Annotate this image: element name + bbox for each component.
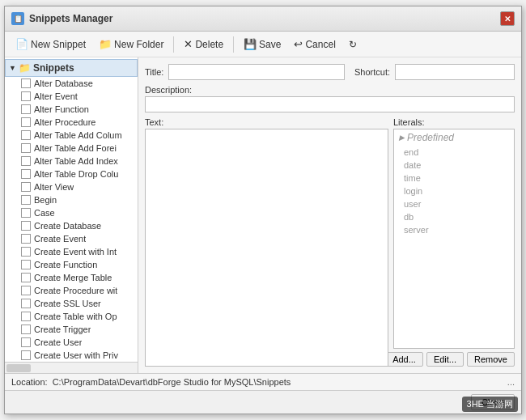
tree-item[interactable]: Alter Table Add Colum xyxy=(5,129,138,142)
tree-item[interactable]: Create Merge Table xyxy=(5,271,138,284)
tree-item-checkbox[interactable] xyxy=(21,91,31,101)
tree-item-label: Create User with Priv xyxy=(34,350,118,360)
tree-item-checkbox[interactable] xyxy=(21,286,31,295)
tree-item-checkbox[interactable] xyxy=(21,143,31,153)
horizontal-scrollbar[interactable] xyxy=(5,362,138,373)
tree-item-checkbox[interactable] xyxy=(21,337,31,347)
text-label: Text: xyxy=(145,117,388,127)
tree-item-checkbox[interactable] xyxy=(21,325,31,334)
tree-item-checkbox[interactable] xyxy=(21,234,31,244)
shortcut-field-group: Shortcut: xyxy=(354,64,515,80)
tree-item-checkbox[interactable] xyxy=(21,208,31,218)
tree-item-label: Create Table with Op xyxy=(34,312,117,321)
tree-item-checkbox[interactable] xyxy=(21,78,31,88)
tree-item-checkbox[interactable] xyxy=(21,156,31,166)
shortcut-input[interactable] xyxy=(395,64,515,80)
tree-item-label: Create Event with Int xyxy=(34,247,117,257)
tree-item-checkbox[interactable] xyxy=(21,182,31,192)
tree-item[interactable]: Create Event xyxy=(5,232,138,245)
tree-item[interactable]: Alter Procedure xyxy=(5,116,138,129)
refresh-button[interactable]: ↻ xyxy=(343,36,363,53)
add-literal-button[interactable]: Add... xyxy=(385,352,423,367)
literal-item[interactable]: db xyxy=(394,210,514,223)
title-field-group: Title: xyxy=(145,64,345,80)
new-folder-button[interactable]: 📁 New Folder xyxy=(93,35,169,53)
tree-item-label: Create User xyxy=(34,337,82,347)
literal-item[interactable]: server xyxy=(394,223,514,236)
delete-button[interactable]: ✕ Delete xyxy=(178,35,229,53)
tree-item-label: Alter Table Add Index xyxy=(34,156,118,166)
tree-item[interactable]: Alter Database xyxy=(5,77,138,90)
tree-item[interactable]: Create Trigger xyxy=(5,323,138,336)
tree-item[interactable]: Alter Table Add Index xyxy=(5,155,138,168)
literals-predefined[interactable]: Predefined xyxy=(394,129,514,146)
tree-item[interactable]: Create Procedure wit xyxy=(5,284,138,297)
literal-item[interactable]: end xyxy=(394,146,514,159)
tree-item-checkbox[interactable] xyxy=(21,221,31,231)
tree-item-label: Create Merge Table xyxy=(34,273,112,282)
tree-item[interactable]: Alter Table Drop Colu xyxy=(5,168,138,180)
tree-item[interactable]: Alter Event xyxy=(5,90,138,103)
tree-root-snippets[interactable]: ▼ 📁 Snippets xyxy=(5,59,138,77)
tree-item[interactable]: Alter Function xyxy=(5,103,138,116)
save-button[interactable]: 💾 Save xyxy=(238,35,286,53)
watermark: 3HE 当游网 xyxy=(462,397,518,412)
new-snippet-label: New Snippet xyxy=(31,39,86,50)
tree-item[interactable]: Create SSL User xyxy=(5,297,138,310)
tree-item[interactable]: Create User xyxy=(5,336,138,349)
literal-item[interactable]: time xyxy=(394,172,514,185)
literals-container: Literals: Predefined enddatetimeloginuse… xyxy=(393,117,515,367)
literal-item[interactable]: user xyxy=(394,197,514,210)
tree-item-label: Alter View xyxy=(34,182,74,192)
tree-item[interactable]: Alter Table Add Forei xyxy=(5,142,138,155)
tree-item-checkbox[interactable] xyxy=(21,247,31,257)
tree-item-checkbox[interactable] xyxy=(21,312,31,321)
right-panel: Title: Shortcut: Description: Text: xyxy=(138,57,521,373)
tree-item-checkbox[interactable] xyxy=(21,117,31,127)
literals-list[interactable]: Predefined enddatetimeloginuserdbserver xyxy=(393,129,515,349)
tree-item-checkbox[interactable] xyxy=(21,195,31,205)
tree-item-label: Create SSL User xyxy=(34,299,101,308)
literal-item[interactable]: date xyxy=(394,159,514,172)
scroll-thumb-h[interactable] xyxy=(6,364,31,372)
remove-literal-button[interactable]: Remove xyxy=(467,352,515,367)
tree-item[interactable]: Create Event with Int xyxy=(5,245,138,258)
new-snippet-button[interactable]: 📄 New Snippet xyxy=(10,35,91,53)
tree-item[interactable]: Alter View xyxy=(5,180,138,193)
new-folder-label: New Folder xyxy=(114,39,163,50)
new-snippet-icon: 📄 xyxy=(15,38,28,50)
refresh-icon: ↻ xyxy=(349,39,357,50)
folder-icon: 📁 xyxy=(19,62,31,74)
tree-item-label: Create Function xyxy=(34,260,97,269)
description-input[interactable] xyxy=(145,96,515,112)
tree-item[interactable]: Begin xyxy=(5,193,138,206)
tree-item-checkbox[interactable] xyxy=(21,169,31,179)
dialog-close-button[interactable]: ✕ xyxy=(500,11,515,26)
location-browse-button[interactable]: ... xyxy=(507,377,515,387)
tree-item-label: Case xyxy=(34,208,55,218)
tree-item-checkbox[interactable] xyxy=(21,299,31,308)
tree-item-label: Alter Function xyxy=(34,104,89,114)
tree-item-checkbox[interactable] xyxy=(21,130,31,140)
cancel-icon: ↩ xyxy=(294,38,303,50)
tree-item-label: Create Trigger xyxy=(34,325,91,334)
literal-item[interactable]: login xyxy=(394,185,514,197)
description-row: Description: xyxy=(145,85,515,112)
tree-item[interactable]: Create Table with Op xyxy=(5,310,138,323)
edit-literal-button[interactable]: Edit... xyxy=(426,352,464,367)
toolbar-separator-1 xyxy=(173,36,174,53)
tree-item[interactable]: Create Database xyxy=(5,219,138,232)
tree-item[interactable]: Case xyxy=(5,206,138,219)
toolbar-separator-2 xyxy=(233,36,234,53)
title-input[interactable] xyxy=(168,64,345,80)
tree-item-checkbox[interactable] xyxy=(21,104,31,114)
tree-item[interactable]: Create Function xyxy=(5,258,138,271)
text-input[interactable] xyxy=(145,129,388,367)
tree-area[interactable]: ▼ 📁 Snippets Alter DatabaseAlter EventAl… xyxy=(5,57,138,362)
literals-label: Literals: xyxy=(393,117,515,127)
cancel-button[interactable]: ↩ Cancel xyxy=(288,35,341,53)
tree-item-checkbox[interactable] xyxy=(21,350,31,360)
tree-item[interactable]: Create User with Priv xyxy=(5,349,138,362)
tree-item-checkbox[interactable] xyxy=(21,273,31,282)
tree-item-checkbox[interactable] xyxy=(21,260,31,269)
